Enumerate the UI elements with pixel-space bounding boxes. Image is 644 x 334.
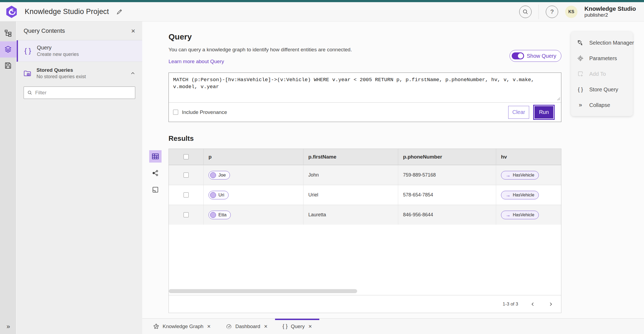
cell-phonenumber: 578-654-7854 xyxy=(403,192,433,198)
braces-icon: { } xyxy=(283,323,288,329)
query-contents-panel: Query Contents × { } Query Create new qu… xyxy=(17,21,142,334)
toggle-switch-icon[interactable] xyxy=(512,52,524,59)
app-window: Knowledge Studio Project ? KS Knowledge … xyxy=(0,0,644,334)
table-pagination: 1-3 of 3 xyxy=(169,295,561,313)
query-editor[interactable]: MATCH (p:Person)-[hv:HasVehicle]->(v:Veh… xyxy=(169,73,561,102)
column-header-phonenumber[interactable]: p.phoneNumber xyxy=(398,149,496,165)
entity-node-pill[interactable]: Uri xyxy=(208,191,229,199)
edge-pill[interactable]: → HasVehicle xyxy=(501,211,539,219)
stored-queries-section[interactable]: Stored Queries No stored queries exist xyxy=(17,62,142,82)
top-accent-strip xyxy=(0,0,644,2)
tab-label: Query xyxy=(291,324,305,329)
query-item-subtitle: Create new queries xyxy=(37,52,79,57)
cell-firstname: Uriel xyxy=(308,192,318,198)
help-icon: ? xyxy=(550,8,554,15)
user-info[interactable]: Knowledge Studio publisher2 xyxy=(584,5,636,18)
include-provenance-label: Include Provenance xyxy=(182,109,227,115)
close-icon[interactable]: × xyxy=(131,27,135,34)
table-empty-space xyxy=(169,225,561,288)
close-icon[interactable]: × xyxy=(264,324,268,329)
menu-item-parameters[interactable]: Parameters xyxy=(571,51,633,66)
entity-node-pill[interactable]: Etta xyxy=(208,211,231,219)
app-logo-icon[interactable] xyxy=(5,6,18,18)
column-header-firstname[interactable]: p.firstName xyxy=(303,149,398,165)
row-checkbox[interactable] xyxy=(184,173,189,178)
sidebar-item-query[interactable]: { } Query Create new queries xyxy=(17,40,142,62)
entity-node-pill[interactable]: Joe xyxy=(208,171,230,179)
clear-button[interactable]: Clear xyxy=(508,106,529,119)
chevron-left-icon[interactable] xyxy=(530,301,536,307)
menu-item-label: Selection Manager xyxy=(589,40,634,46)
menu-item-collapse[interactable]: » Collapse xyxy=(571,97,633,113)
table-view-icon[interactable] xyxy=(149,150,162,163)
bottom-tab-bar: Knowledge Graph × Dashboard × { } Query … xyxy=(142,318,644,334)
add-to-icon xyxy=(577,70,584,77)
chevron-up-icon[interactable] xyxy=(130,70,136,76)
query-actions-menu: Selection Manager Parameters Add To xyxy=(571,32,633,116)
tab-query[interactable]: { } Query × xyxy=(275,319,320,334)
node-circle-icon xyxy=(210,212,216,218)
cell-phonenumber: 846-956-8644 xyxy=(403,212,433,218)
map-view-icon[interactable] xyxy=(149,184,162,196)
edge-label: HasVehicle xyxy=(513,173,534,178)
product-name: Knowledge Studio xyxy=(584,5,636,12)
cell-firstname: Lauretta xyxy=(308,212,326,218)
left-icon-rail: » xyxy=(0,21,17,334)
layers-icon[interactable] xyxy=(0,41,16,58)
cell-phonenumber: 759-889-57168 xyxy=(403,172,436,178)
column-header-hv[interactable]: hv xyxy=(496,149,561,165)
gear-icon xyxy=(577,55,584,62)
stored-queries-title: Stored Queries xyxy=(36,67,86,73)
edge-pill[interactable]: → HasVehicle xyxy=(501,171,539,179)
row-checkbox[interactable] xyxy=(184,212,189,217)
menu-item-store-query[interactable]: { } Store Query xyxy=(571,82,633,97)
show-query-label: Show Query xyxy=(527,53,556,59)
edit-project-name-icon[interactable] xyxy=(116,8,123,15)
hierarchy-icon[interactable] xyxy=(0,25,16,41)
main-area: Query You can query a knowledge graph to… xyxy=(142,21,644,334)
braces-icon: { } xyxy=(24,47,31,55)
entity-label: Uri xyxy=(218,192,224,198)
menu-item-selection-manager[interactable]: Selection Manager xyxy=(571,35,633,51)
query-form: MATCH (p:Person)-[hv:HasVehicle]->(v:Veh… xyxy=(169,73,561,122)
select-all-checkbox[interactable] xyxy=(184,154,189,159)
avatar[interactable]: KS xyxy=(565,6,577,18)
cell-firstname: John xyxy=(308,172,319,178)
dashboard-gauge-icon xyxy=(226,323,232,330)
row-checkbox[interactable] xyxy=(184,192,189,197)
table-row: Etta Lauretta 846-956-8644 → HasVehicle xyxy=(169,205,561,225)
help-button[interactable]: ? xyxy=(546,6,558,18)
chevron-right-icon[interactable] xyxy=(548,301,554,307)
close-icon[interactable]: × xyxy=(207,324,211,329)
header-divider xyxy=(539,5,539,19)
node-circle-icon xyxy=(210,192,216,198)
search-button[interactable] xyxy=(519,6,532,18)
table-row: Joe John 759-889-57168 → HasVehicle xyxy=(169,165,561,185)
tab-dashboard[interactable]: Dashboard × xyxy=(218,319,275,334)
results-view-switcher xyxy=(149,150,162,196)
selection-manager-icon xyxy=(577,39,584,46)
edge-pill[interactable]: → HasVehicle xyxy=(501,191,539,199)
expand-panel-icon[interactable]: » xyxy=(0,323,17,330)
menu-item-label: Collapse xyxy=(589,102,610,108)
graph-view-icon[interactable] xyxy=(149,167,162,179)
menu-item-add-to[interactable]: Add To xyxy=(571,66,633,82)
show-query-toggle[interactable]: Show Query xyxy=(510,50,561,62)
resize-handle-icon[interactable] xyxy=(557,97,560,102)
close-icon[interactable]: × xyxy=(308,324,312,329)
run-button[interactable]: Run xyxy=(535,106,553,118)
stored-queries-folder-icon xyxy=(23,69,32,78)
arrow-right-icon: → xyxy=(506,193,510,197)
column-header-p[interactable]: p xyxy=(204,149,303,165)
tab-knowledge-graph[interactable]: Knowledge Graph × xyxy=(145,319,218,334)
search-icon xyxy=(27,90,32,95)
panel-title: Query Contents xyxy=(24,27,65,34)
filter-input[interactable] xyxy=(35,90,132,96)
collapse-icon: » xyxy=(577,102,584,109)
edge-label: HasVehicle xyxy=(513,213,534,217)
include-provenance-checkbox[interactable] xyxy=(173,110,178,115)
scrollbar-thumb[interactable] xyxy=(169,289,357,293)
learn-more-link[interactable]: Learn more about Query xyxy=(169,59,224,64)
save-icon[interactable] xyxy=(0,58,16,74)
horizontal-scrollbar xyxy=(169,288,561,295)
